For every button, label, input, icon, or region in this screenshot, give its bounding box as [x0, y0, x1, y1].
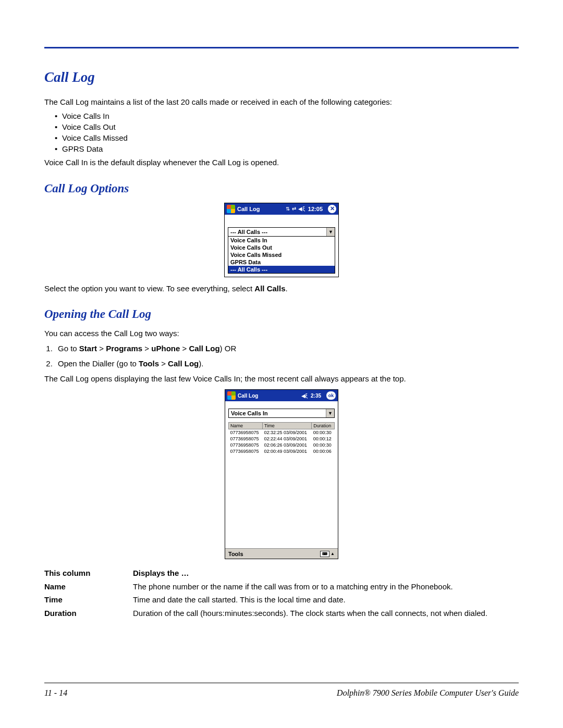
table-row[interactable]: 0773695807502:00:49 03/09/200100:00:06: [229, 448, 335, 454]
text-bold: Programs: [106, 344, 142, 353]
cell: 02:22:44 03/09/2001: [263, 436, 312, 442]
call-log-table: Name Time Duration 0773695807502:32:25 0…: [228, 422, 335, 454]
combo-value: Voice Calls In: [229, 409, 326, 417]
select-note: Select the option you want to view. To s…: [44, 283, 519, 294]
text: Go to: [58, 344, 79, 353]
dropdown-item[interactable]: Voice Calls In: [228, 237, 335, 244]
table-header-row: This column Displays the …: [44, 566, 519, 580]
close-icon[interactable]: ✕: [328, 205, 336, 213]
col-time[interactable]: Time: [263, 423, 312, 429]
window-title: Call Log: [237, 206, 260, 212]
dropdown-item[interactable]: Voice Calls Out: [228, 244, 335, 251]
text: .: [285, 284, 287, 293]
text: Select the option you want to view. To s…: [44, 284, 254, 293]
text: >: [97, 344, 106, 353]
step-1: Go to Start > Programs > uPhone > Call L…: [55, 343, 519, 355]
speaker-icon: ◀ξ: [301, 393, 308, 399]
text: ) OR: [220, 344, 237, 353]
start-icon[interactable]: [227, 391, 236, 400]
footer-rule: [44, 683, 519, 683]
cell: 07736958075: [229, 448, 263, 454]
text: >: [142, 344, 151, 353]
tools-menu[interactable]: Tools: [228, 551, 243, 557]
default-note: Voice Call In is the default display whe…: [44, 157, 519, 168]
cell: 00:00:12: [312, 436, 335, 442]
opens-note: The Call Log opens displaying the last f…: [44, 374, 519, 384]
titlebar: Call Log ⇅ ⇄ ◀ξ 12:05 ✕: [225, 203, 338, 215]
table-row[interactable]: 0773695807502:06:26 03/09/200100:00:30: [229, 442, 335, 448]
dropdown-item[interactable]: Voice Calls Missed: [228, 251, 335, 258]
cell-label: Duration: [44, 607, 133, 620]
command-bar: Tools ⌨ ▲: [225, 548, 338, 559]
window-call-log-list: Call Log ◀ξ 2:35 ok Voice Calls In ▼ Nam…: [225, 389, 338, 559]
cell: 00:00:30: [312, 442, 335, 448]
menu-up-icon[interactable]: ▲: [331, 551, 335, 556]
col-name[interactable]: Name: [229, 423, 263, 429]
chevron-down-icon[interactable]: ▼: [326, 409, 334, 417]
table-row[interactable]: 0773695807502:22:44 03/09/200100:00:12: [229, 436, 335, 442]
window-title: Call Log: [238, 393, 258, 399]
cell-desc: Time and date the call started. This is …: [133, 593, 519, 607]
text: Open the Dialler (go to: [58, 359, 139, 368]
steps-list: Go to Start > Programs > uPhone > Call L…: [44, 343, 519, 369]
text-bold: uPhone: [151, 344, 180, 353]
page-number: 11 - 14: [44, 688, 67, 698]
window-body: Voice Calls In ▼ Name Time Duration 0773…: [225, 401, 338, 548]
cell: 07736958075: [229, 429, 263, 436]
text-bold: Call Log: [189, 344, 219, 353]
cell: 02:06:26 03/09/2001: [263, 442, 312, 448]
guide-title: Dolphin® 7900 Series Mobile Computer Use…: [337, 688, 519, 698]
ok-button[interactable]: ok: [326, 391, 336, 400]
cell: 02:32:25 03/09/2001: [263, 429, 312, 436]
window-body: --- All Calls --- ▼ Voice Calls In Voice…: [225, 215, 338, 277]
col-duration[interactable]: Duration: [312, 423, 335, 429]
text: ).: [199, 359, 203, 368]
filter-combo[interactable]: Voice Calls In ▼: [228, 409, 335, 418]
text-bold: Call Log: [168, 359, 199, 368]
blank-area: [228, 454, 335, 548]
step-2: Open the Dialler (go to Tools > Call Log…: [55, 358, 519, 370]
text-bold: Tools: [139, 359, 159, 368]
cell: 07736958075: [229, 442, 263, 448]
column-description-table: This column Displays the … Name The phon…: [44, 566, 519, 620]
titlebar: Call Log ◀ξ 2:35 ok: [225, 390, 338, 401]
page-content: Call Log The Call Log maintains a list o…: [0, 0, 563, 651]
dropdown-item[interactable]: GPRS Data: [228, 258, 335, 266]
list-item: Voice Calls Out: [55, 121, 519, 132]
cell-label: Time: [44, 593, 133, 607]
text: >: [159, 359, 168, 368]
clock-text: 2:35: [311, 393, 321, 399]
head-col1: This column: [44, 566, 133, 580]
intro-text: The Call Log maintains a list of the las…: [44, 97, 519, 107]
top-rule: [44, 47, 519, 48]
list-item: Voice Calls In: [55, 110, 519, 121]
cell-desc: The phone number or the name if the call…: [133, 580, 519, 594]
dropdown-item-selected[interactable]: --- All Calls ---: [228, 266, 335, 273]
list-item: Voice Calls Missed: [55, 132, 519, 143]
category-list: Voice Calls In Voice Calls Out Voice Cal…: [44, 110, 519, 154]
start-icon[interactable]: [227, 205, 235, 213]
chevron-down-icon[interactable]: ▼: [326, 228, 335, 236]
keyboard-icon[interactable]: ⌨: [320, 551, 329, 557]
screenshot-log: Call Log ◀ξ 2:35 ok Voice Calls In ▼ Nam…: [44, 389, 519, 559]
screenshot-options: Call Log ⇅ ⇄ ◀ξ 12:05 ✕ --- All Calls --…: [44, 203, 519, 277]
cell: 00:00:06: [312, 448, 335, 454]
clock-text: 12:05: [308, 206, 323, 212]
window-call-log-options: Call Log ⇅ ⇄ ◀ξ 12:05 ✕ --- All Calls --…: [224, 203, 339, 277]
combo-value: --- All Calls ---: [228, 228, 326, 236]
connection-icon: ⇄: [292, 206, 296, 212]
text: >: [180, 344, 189, 353]
filter-combo[interactable]: --- All Calls --- ▼: [228, 227, 335, 237]
table-row: Time Time and date the call started. Thi…: [44, 593, 519, 607]
head-col2: Displays the …: [133, 566, 519, 580]
table-row: Name The phone number or the name if the…: [44, 580, 519, 594]
signal-icon: ⇅: [286, 206, 290, 212]
table-row: Duration Duration of the call (hours:min…: [44, 607, 519, 620]
access-intro: You can access the Call Log two ways:: [44, 328, 519, 339]
table-row[interactable]: 0773695807502:32:25 03/09/200100:00:30: [229, 429, 335, 436]
heading-opening: Opening the Call Log: [44, 307, 519, 321]
cell-label: Name: [44, 580, 133, 594]
cell: 00:00:30: [312, 429, 335, 436]
cell: 02:00:49 03/09/2001: [263, 448, 312, 454]
heading-options: Call Log Options: [44, 182, 519, 195]
